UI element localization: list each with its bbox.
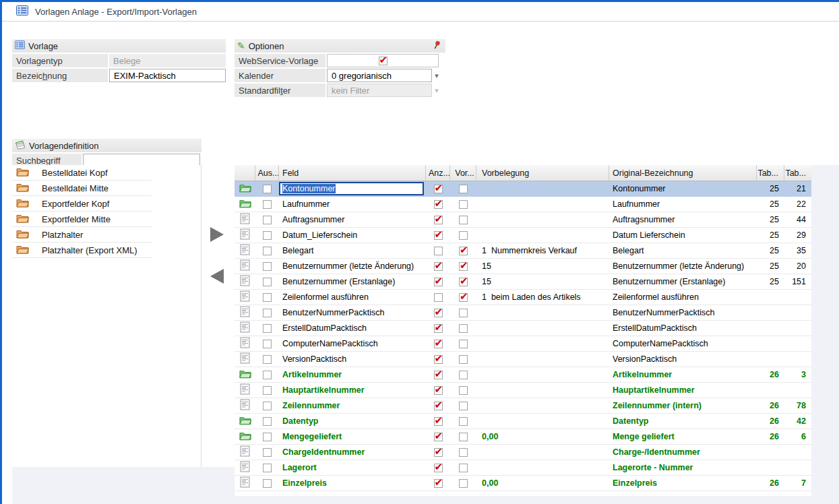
grid-row[interactable]: Zeilenformel ausführen Zeilenformel ausf…	[235, 290, 811, 305]
feld-cell[interactable]: Datum_Lieferschein Datum_Lieferschein	[279, 228, 426, 243]
feld-cell[interactable]: ComputerNamePacktisch ComputerNamePackti…	[279, 336, 426, 351]
aus-checkbox[interactable]	[263, 355, 272, 364]
column-header-vorbelegung[interactable]: Vorbelegung	[476, 165, 609, 181]
aus-checkbox[interactable]	[263, 479, 272, 488]
vorbelegung-checkbox[interactable]	[459, 185, 468, 193]
feld-cell[interactable]: Datentyp Datentyp	[279, 414, 426, 429]
vorbelegung-checkbox[interactable]	[459, 278, 468, 286]
grid-row[interactable]: ChargeIdentnummer ChargeIdentnummer Char…	[235, 445, 811, 460]
aus-checkbox[interactable]	[263, 417, 272, 426]
vorbelegung-cell[interactable]: 15	[476, 274, 609, 289]
grid-row[interactable]: Kontonummer Kontonummer Kontonummer 25 2…	[235, 181, 811, 197]
vorbelegung-checkbox[interactable]	[459, 355, 468, 364]
anzeigen-checkbox[interactable]	[434, 386, 443, 395]
anzeigen-checkbox[interactable]	[434, 448, 443, 457]
feld-edit-box[interactable]: Kontonummer	[279, 182, 424, 195]
vorbelegung-cell[interactable]: 15	[476, 259, 609, 274]
aus-checkbox[interactable]	[263, 309, 272, 317]
anzeigen-checkbox[interactable]	[434, 464, 443, 472]
grid-row[interactable]: ErstellDatumPacktisch ErstellDatumPackti…	[235, 321, 811, 336]
aus-checkbox[interactable]	[263, 324, 272, 333]
anzeigen-checkbox[interactable]	[434, 185, 443, 193]
vorbelegung-checkbox[interactable]	[459, 340, 468, 348]
aus-checkbox[interactable]	[263, 216, 272, 224]
anzeigen-checkbox[interactable]	[434, 355, 443, 364]
column-header-tab2[interactable]: Tab...	[784, 165, 811, 181]
vorbelegung-checkbox[interactable]	[459, 200, 468, 209]
vorbelegung-checkbox[interactable]	[459, 386, 468, 395]
aus-checkbox[interactable]	[263, 448, 272, 457]
anzeigen-checkbox[interactable]	[434, 324, 443, 333]
vorbelegung-checkbox[interactable]	[459, 479, 468, 488]
move-right-arrow-button[interactable]	[210, 227, 224, 242]
column-header-tab1[interactable]: Tab...	[757, 165, 784, 181]
feld-cell[interactable]: Zeilenformel ausführen Zeilenformel ausf…	[279, 290, 426, 305]
grid-row[interactable]: Datum_Lieferschein Datum_Lieferschein Da…	[235, 228, 811, 243]
feld-cell[interactable]: Hauptartikelnummer Hauptartikelnummer	[279, 383, 426, 398]
feld-cell[interactable]: Einzelpreis Einzelpreis	[279, 476, 426, 491]
folder-list-item[interactable]: Platzhalter (Export XML)	[12, 243, 152, 258]
grid-row[interactable]: ComputerNamePacktisch ComputerNamePackti…	[235, 336, 811, 352]
vorbelegung-cell[interactable]: 1 Nummernkreis Verkauf	[476, 243, 609, 258]
feld-cell[interactable]: ChargeIdentnummer ChargeIdentnummer	[279, 445, 426, 460]
aus-checkbox[interactable]	[263, 371, 272, 379]
vorbelegung-checkbox[interactable]	[459, 448, 468, 457]
vorbelegung-cell[interactable]: 0,00	[476, 476, 609, 491]
grid-row[interactable]: Belegart Belegart 1 Nummernkreis Verkauf…	[235, 243, 811, 259]
anzeigen-checkbox[interactable]	[434, 417, 443, 426]
anzeigen-checkbox[interactable]	[434, 479, 443, 488]
feld-cell[interactable]: Belegart Belegart	[279, 243, 426, 258]
vorbelegung-cell[interactable]	[476, 445, 609, 460]
folder-list-item[interactable]: Exportfelder Kopf	[12, 196, 152, 212]
grid-row[interactable]: Hauptartikelnummer Hauptartikelnummer Ha…	[235, 383, 811, 398]
feld-cell[interactable]: Auftragsnummer Auftragsnummer	[279, 212, 426, 227]
vorbelegung-checkbox[interactable]	[459, 324, 468, 333]
vorbelegung-checkbox[interactable]	[459, 464, 468, 472]
vorbelegung-checkbox[interactable]	[459, 402, 468, 410]
anzeigen-checkbox[interactable]	[434, 309, 443, 317]
feld-cell[interactable]: Benutzernummer (letzte Änderung) Benutze…	[279, 259, 426, 274]
bezeichnung-field[interactable]: EXIM-Packtisch	[109, 69, 226, 82]
vorbelegung-cell[interactable]	[476, 398, 609, 413]
vorbelegung-cell[interactable]	[476, 305, 609, 320]
aus-checkbox[interactable]	[263, 293, 272, 302]
webservice-checkbox[interactable]	[379, 57, 387, 65]
column-header-original-bezeichnung[interactable]: Original-Bezeichnung	[609, 165, 757, 181]
feld-cell[interactable]: Kontonummer Kontonummer	[279, 181, 426, 196]
grid-row[interactable]: Zeilennummer Zeilennummer Zeilennummer (…	[235, 398, 811, 414]
anzeigen-checkbox[interactable]	[434, 200, 443, 209]
folder-list-item[interactable]: Exportfelder Mitte	[12, 212, 152, 227]
aus-checkbox[interactable]	[263, 231, 272, 240]
folder-list-item[interactable]: Bestelldatei Kopf	[12, 165, 152, 181]
pin-icon[interactable]	[434, 40, 441, 52]
feld-cell[interactable]: Laufnummer Laufnummer	[279, 197, 426, 212]
column-header-icon[interactable]	[235, 165, 255, 181]
vorbelegung-cell[interactable]	[476, 336, 609, 351]
vorbelegung-cell[interactable]	[476, 321, 609, 336]
vorbelegung-cell[interactable]	[476, 181, 609, 196]
vorbelegung-cell[interactable]	[476, 228, 609, 243]
vorbelegung-cell[interactable]: 0,00	[476, 429, 609, 444]
grid-row[interactable]: BenutzerNummerPacktisch BenutzerNummerPa…	[235, 305, 811, 321]
aus-checkbox[interactable]	[263, 402, 272, 410]
move-left-arrow-button[interactable]	[210, 269, 224, 284]
vorbelegung-cell[interactable]	[476, 212, 609, 227]
grid-row[interactable]: Auftragsnummer Auftragsnummer Auftragsnu…	[235, 212, 811, 228]
vorbelegung-checkbox[interactable]	[459, 417, 468, 426]
grid-row[interactable]: Benutzernummer (letzte Änderung) Benutze…	[235, 259, 811, 274]
feld-cell[interactable]: Mengegeliefert Mengegeliefert	[279, 429, 426, 444]
vorbelegung-checkbox[interactable]	[459, 371, 468, 379]
aus-checkbox[interactable]	[263, 247, 272, 255]
feld-cell[interactable]: Artikelnummer Artikelnummer	[279, 367, 426, 382]
aus-checkbox[interactable]	[263, 433, 272, 441]
grid-row[interactable]: Datentyp Datentyp Datentyp 26 42	[235, 414, 811, 429]
kalender-dropdown-arrow-icon[interactable]: ▾	[432, 69, 441, 82]
column-header-vor[interactable]: Vor...	[450, 165, 476, 181]
vorbelegung-cell[interactable]	[476, 383, 609, 398]
folder-list-item[interactable]: Bestelldatei Mitte	[12, 181, 152, 196]
grid-row[interactable]: Mengegeliefert Mengegeliefert 0,00 Menge…	[235, 429, 811, 445]
vorbelegung-checkbox[interactable]	[459, 262, 468, 271]
vorbelegung-checkbox[interactable]	[459, 293, 468, 302]
aus-checkbox[interactable]	[263, 386, 272, 395]
vorbelegung-cell[interactable]	[476, 367, 609, 382]
